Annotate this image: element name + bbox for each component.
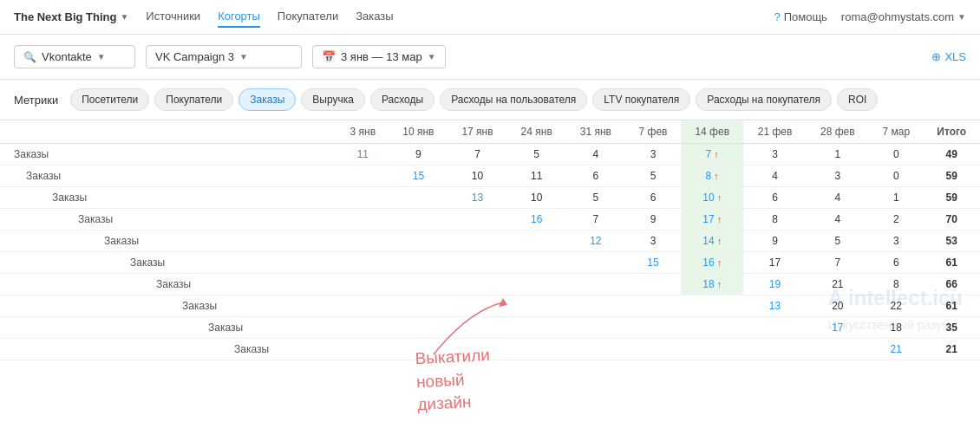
user-menu[interactable]: roma@ohmystats.com ▼ (841, 10, 966, 23)
cell-9-8 (807, 339, 869, 360)
cell-4-1 (389, 230, 448, 252)
table-row: Заказы13105610 ↑64159 (0, 187, 980, 209)
cell-1-7: 4 (743, 166, 806, 187)
cell-2-7: 6 (743, 187, 806, 209)
cell-1-1: 15 (389, 166, 448, 187)
xls-icon: ⊕ (931, 50, 941, 63)
first-value[interactable]: 13 (769, 300, 781, 312)
cell-5-0 (336, 252, 389, 274)
date-filter[interactable]: 📅 3 янв — 13 мар ▼ (312, 45, 446, 68)
cell-0-9: 0 (869, 144, 924, 166)
cell-5-8: 7 (807, 252, 869, 274)
tab-cost-per-buyer[interactable]: Расходы на покупателя (696, 88, 832, 111)
nav-buyers[interactable]: Покупатели (278, 6, 338, 28)
cell-6-3 (507, 274, 566, 295)
xls-button[interactable]: ⊕ XLS (931, 50, 966, 63)
cell-8-8: 17 (807, 317, 869, 339)
table-header-row: 3 янв 10 янв 17 янв 24 янв 31 янв 7 фев … (0, 120, 980, 144)
cohort-table: 3 янв 10 янв 17 янв 24 янв 31 янв 7 фев … (0, 120, 980, 360)
first-value[interactable]: 12 (590, 235, 601, 247)
nav-sources[interactable]: Источники (146, 6, 200, 28)
header-right: ? Помощь roma@ohmystats.com ▼ (774, 10, 966, 23)
cell-6-10: 66 (924, 274, 980, 295)
nav-cohorts[interactable]: Когорты (218, 6, 260, 28)
cell-value: 17 (702, 213, 714, 225)
cell-7-8: 20 (807, 295, 869, 317)
brand-name: The Next Big Thing (14, 10, 116, 23)
first-value[interactable]: 19 (769, 278, 781, 290)
nav-orders[interactable]: Заказы (356, 6, 393, 28)
source-filter[interactable]: 🔍 Vkontakte ▼ (14, 45, 135, 68)
cell-2-0 (336, 187, 389, 209)
table-row: Заказы13202261 (0, 295, 980, 317)
calendar-icon: 📅 (322, 50, 336, 63)
user-email-text: roma@ohmystats.com (841, 10, 954, 23)
help-label: Помощь (784, 10, 827, 23)
table-row: Заказы151011658 ↑43059 (0, 166, 980, 187)
cell-1-4: 6 (566, 166, 625, 187)
cell-5-6: 16 ↑ (681, 252, 743, 274)
up-arrow-icon: ↑ (711, 149, 719, 159)
cell-0-4: 4 (566, 144, 625, 166)
metrics-bar: Метрики Посетители Покупатели Заказы Выр… (0, 80, 980, 120)
cell-9-3 (507, 339, 566, 360)
tab-cost-per-user[interactable]: Расходы на пользователя (440, 88, 587, 111)
campaign-filter[interactable]: VK Campaign 3 ▼ (146, 45, 302, 68)
question-icon: ? (774, 10, 780, 23)
cell-5-1 (389, 252, 448, 274)
tab-visitors[interactable]: Посетители (70, 88, 149, 111)
xls-label: XLS (944, 50, 966, 63)
tab-ltv[interactable]: LTV покупателя (592, 88, 690, 111)
cell-0-7: 3 (743, 144, 806, 166)
cell-6-4 (566, 274, 625, 295)
cell-6-0 (336, 274, 389, 295)
cell-8-3 (507, 317, 566, 339)
cell-6-6: 18 ↑ (681, 274, 743, 295)
cell-7-4 (566, 295, 625, 317)
cell-2-2: 13 (448, 187, 506, 209)
brand[interactable]: The Next Big Thing ▼ (14, 10, 128, 23)
tab-orders[interactable]: Заказы (238, 88, 296, 111)
cell-2-4: 5 (566, 187, 625, 209)
table-row: Заказы2121 (0, 339, 980, 360)
brand-dropdown-icon[interactable]: ▼ (120, 12, 128, 22)
date-chevron-icon: ▼ (428, 52, 436, 62)
cell-9-1 (389, 339, 448, 360)
cell-value: 18 (702, 278, 714, 290)
cell-0-0: 11 (336, 144, 389, 166)
cell-value: 10 (702, 192, 714, 204)
cell-9-5 (625, 339, 681, 360)
first-value[interactable]: 17 (832, 321, 843, 334)
cell-9-9: 21 (869, 339, 924, 360)
cell-4-9: 3 (869, 230, 924, 252)
first-value[interactable]: 15 (647, 256, 658, 269)
help-link[interactable]: ? Помощь (774, 10, 826, 23)
cell-1-6: 8 ↑ (681, 166, 743, 187)
cell-1-9: 0 (869, 166, 924, 187)
first-value[interactable]: 15 (413, 170, 424, 182)
main-nav: Источники Когорты Покупатели Заказы (146, 6, 774, 28)
first-value[interactable]: 16 (531, 213, 542, 225)
cell-2-9: 1 (869, 187, 924, 209)
first-value[interactable]: 21 (891, 343, 902, 355)
first-value[interactable]: 11 (357, 148, 369, 160)
cell-0-2: 7 (448, 144, 506, 166)
tab-roi[interactable]: ROI (837, 88, 878, 111)
tab-revenue[interactable]: Выручка (301, 88, 365, 111)
tab-expenses[interactable]: Расходы (370, 88, 434, 111)
source-label: Vkontakte (42, 50, 92, 63)
cell-3-1 (389, 209, 448, 230)
cell-0-6: 7 ↑ (681, 144, 743, 166)
cell-1-0 (336, 166, 389, 187)
cell-3-8: 4 (807, 209, 869, 230)
first-value[interactable]: 13 (472, 192, 483, 204)
up-arrow-icon: ↑ (715, 279, 722, 289)
cell-9-7 (743, 339, 806, 360)
up-arrow-icon: ↑ (715, 236, 722, 246)
col-header-31jan: 31 янв (566, 120, 625, 144)
cell-9-2 (448, 339, 506, 360)
tab-buyers[interactable]: Покупатели (154, 88, 233, 111)
table-row: Заказы11975437 ↑31049 (0, 144, 980, 166)
cell-8-0 (336, 317, 389, 339)
cell-3-4: 7 (566, 209, 625, 230)
